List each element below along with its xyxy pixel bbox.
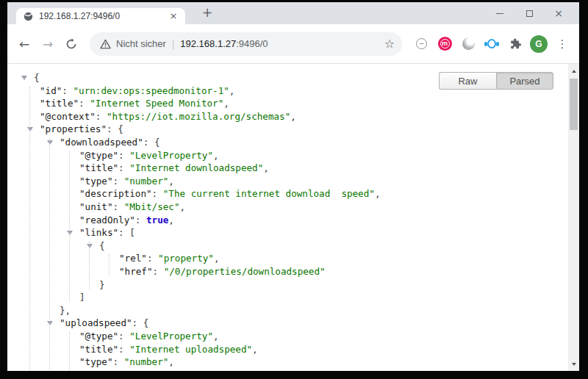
new-tab-button[interactable]: + [198, 5, 217, 21]
url-host: 192.168.1.27 [180, 38, 236, 49]
robot-icon [484, 38, 499, 50]
json-line: "@type": "LevelProperty", [79, 149, 219, 162]
json-line: "href": "/0/properties/downloadspeed" [119, 265, 326, 278]
scrollbar-thumb[interactable] [570, 79, 578, 130]
forward-button[interactable]: → [38, 35, 57, 54]
ring-extension-button[interactable] [409, 33, 433, 55]
sphere-icon [462, 37, 475, 50]
back-button[interactable]: ← [15, 35, 34, 54]
reload-button[interactable] [62, 35, 81, 54]
json-line: "@context": "https://iot.mozilla.org/sch… [40, 110, 296, 123]
page-content: {"id": "urn:dev:ops:speedmonitor-1","tit… [7, 64, 579, 371]
scroll-down-button[interactable] [568, 358, 579, 369]
parsed-button[interactable]: Parsed [496, 72, 553, 90]
collapse-triangle-icon[interactable] [21, 76, 27, 80]
json-line: "description": "The current internet upl… [79, 369, 364, 371]
browser-toolbar: ← → Nicht sicher | 192.168.1.27 :9496/0 … [7, 24, 579, 64]
json-line: "type": "number", [79, 175, 174, 188]
collapse-triangle-icon[interactable] [67, 231, 73, 235]
json-line: "type": "number", [79, 355, 174, 369]
collapse-triangle-icon[interactable] [87, 244, 93, 248]
raw-parsed-toggle: Raw Parsed [439, 72, 553, 90]
close-icon: × [554, 8, 563, 18]
screenshot-stage: 192.168.1.27:9496/0 × + × ← → [0, 0, 588, 379]
json-line: "readOnly": true, [79, 214, 174, 227]
json-line: "uploadspeed": { [60, 317, 148, 330]
scroll-up-button[interactable] [568, 65, 579, 76]
omnibox-divider: | [172, 38, 174, 49]
indent-guide [69, 151, 70, 302]
json-line: "unit": "Mbit/sec", [79, 201, 185, 214]
profile-button[interactable]: G [527, 33, 551, 55]
security-status-label[interactable]: Nicht sicher [116, 38, 166, 49]
extensions-row: m G ⋮ [409, 33, 574, 55]
json-tree: {"id": "urn:dev:ops:speedmonitor-1","tit… [7, 64, 568, 371]
tab-strip: 192.168.1.27:9496/0 × + × [7, 2, 579, 24]
collapse-triangle-icon[interactable] [47, 140, 53, 145]
json-line: "title": "Internet downloadspeed", [79, 162, 269, 175]
pink-monogram-icon: m [438, 37, 452, 51]
indent-guide [109, 254, 110, 275]
url-path: :9496/0 [236, 38, 268, 49]
json-line: "downloadspeed": { [60, 136, 159, 149]
json-line: "links": [ [79, 226, 135, 239]
json-line: }, [60, 304, 71, 317]
raw-button[interactable]: Raw [439, 72, 496, 90]
minimize-icon [496, 13, 503, 14]
collapse-triangle-icon[interactable] [27, 127, 33, 131]
json-line: "@type": "LevelProperty", [79, 330, 219, 343]
json-line: "rel": "property", [119, 252, 220, 265]
tab-close-icon[interactable]: × [168, 10, 179, 22]
ring-icon [416, 38, 427, 49]
browser-tab[interactable]: 192.168.1.27:9496/0 × [16, 8, 185, 24]
pink-m-extension-button[interactable]: m [433, 33, 456, 55]
collapse-triangle-icon[interactable] [47, 321, 53, 325]
kebab-menu-icon: ⋮ [557, 37, 568, 51]
json-line: } [99, 278, 105, 292]
reload-icon [65, 38, 77, 50]
window-close-button[interactable]: × [544, 2, 573, 24]
extensions-menu-button[interactable] [503, 33, 527, 55]
indent-guide [89, 242, 90, 289]
json-line: "properties": { [40, 123, 123, 136]
json-line: "description": "The current internet dow… [79, 187, 380, 201]
json-line: ] [79, 291, 85, 304]
browser-window: 192.168.1.27:9496/0 × + × ← → [7, 2, 579, 371]
json-line: "id": "urn:dev:ops:speedmonitor-1", [40, 84, 234, 98]
indent-guide [69, 332, 70, 371]
json-line: "title": "Internet Speed Monitor", [40, 97, 229, 110]
bookmark-star-icon[interactable]: ☆ [384, 37, 395, 51]
avatar: G [530, 35, 548, 53]
arrow-down-icon [572, 363, 576, 366]
address-bar[interactable]: Nicht sicher | 192.168.1.27 :9496/0 ☆ [90, 32, 402, 56]
json-line: "title": "Internet uploadspeed", [79, 343, 258, 356]
vertical-scrollbar[interactable] [568, 64, 579, 371]
not-secure-warning-icon [100, 39, 111, 49]
puzzle-piece-icon [509, 37, 522, 51]
indent-guide [49, 138, 50, 371]
window-minimize-button[interactable] [485, 2, 514, 24]
sphere-extension-button[interactable] [456, 33, 480, 55]
chrome-menu-button[interactable]: ⋮ [551, 33, 574, 55]
json-line: { [99, 239, 105, 253]
arrow-up-icon [572, 70, 576, 73]
window-controls: × [485, 2, 573, 24]
blue-bot-extension-button[interactable] [480, 33, 503, 55]
maximize-icon [526, 10, 533, 17]
indent-guide [29, 87, 30, 371]
json-line: { [34, 71, 40, 84]
tab-title: 192.168.1.27:9496/0 [39, 11, 168, 21]
window-maximize-button[interactable] [514, 2, 544, 24]
globe-favicon-icon [24, 12, 33, 21]
